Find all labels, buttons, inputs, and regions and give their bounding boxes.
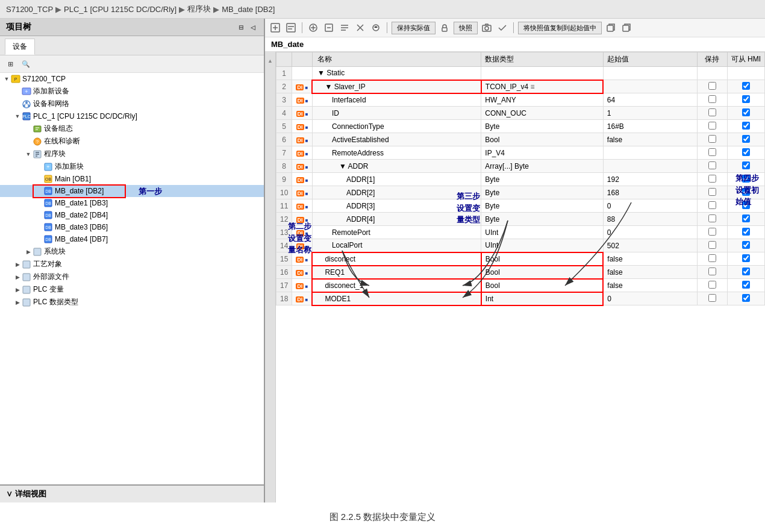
- tree-item-add-device[interactable]: + 添加新设备: [0, 85, 264, 98]
- cell-retain[interactable]: [697, 160, 727, 173]
- cell-name[interactable]: REQ1: [312, 266, 481, 279]
- cell-startval[interactable]: false: [603, 279, 697, 292]
- cell-retain[interactable]: [697, 93, 727, 107]
- retain-checkbox[interactable]: [708, 201, 716, 209]
- hmi-checkbox[interactable]: [742, 175, 750, 183]
- hmi-checkbox[interactable]: [742, 122, 750, 130]
- cell-retain[interactable]: [697, 266, 727, 279]
- cell-datatype[interactable]: TCON_IP_v4 ≡: [481, 80, 604, 93]
- tree-item-external[interactable]: ▶ 外部源文件: [0, 271, 264, 283]
- table-row[interactable]: 15DI ■disconectBoolfalse: [276, 252, 765, 266]
- cell-hmi[interactable]: [727, 93, 764, 107]
- hmi-checkbox[interactable]: [742, 82, 750, 90]
- cell-datatype[interactable]: UInt: [481, 226, 604, 239]
- retain-checkbox[interactable]: [708, 268, 716, 275]
- tree-item-plcdatatypes[interactable]: ▶ PLC 数据类型: [0, 296, 264, 308]
- cell-startval[interactable]: false: [603, 252, 697, 266]
- cell-startval[interactable]: 168: [603, 186, 697, 199]
- cell-startval[interactable]: [603, 160, 697, 173]
- cell-retain[interactable]: [697, 120, 727, 133]
- cell-retain[interactable]: [697, 186, 727, 199]
- tree-item-programs[interactable]: ▼ 程序块: [0, 148, 264, 160]
- tree-item-s71200[interactable]: ▼ P S71200_TCP: [0, 73, 264, 85]
- table-row[interactable]: 3DI ■InterfaceIdHW_ANY64: [276, 93, 765, 107]
- cell-retain[interactable]: [697, 226, 727, 239]
- tree-item-network[interactable]: 设备和网络: [0, 98, 264, 110]
- table-row[interactable]: 7DI ■RemoteAddressIP_V4: [276, 146, 765, 160]
- tree-item-mbdate4[interactable]: DB MB_date4 [DB7]: [0, 233, 264, 245]
- cell-datatype[interactable]: Byte: [481, 120, 604, 133]
- type-list-btn[interactable]: ≡: [528, 83, 534, 91]
- hmi-checkbox[interactable]: [742, 201, 750, 209]
- cell-name[interactable]: ▼ Static: [312, 67, 481, 80]
- cell-startval[interactable]: [603, 146, 697, 160]
- toolbar-copy2-icon[interactable]: [620, 21, 633, 34]
- cell-startval[interactable]: 0: [603, 199, 697, 213]
- cell-name[interactable]: MODE1: [312, 292, 481, 305]
- retain-checkbox[interactable]: [708, 254, 716, 262]
- toolbar-copy1-icon[interactable]: [604, 21, 617, 34]
- table-row[interactable]: 6DI ■ActiveEstablishedBoolfalse: [276, 133, 765, 146]
- toolbar-icon3[interactable]: [307, 21, 320, 34]
- retain-checkbox[interactable]: [708, 214, 716, 222]
- hmi-checkbox[interactable]: [742, 268, 750, 275]
- table-row[interactable]: 4DI ■IDCONN_OUC1: [276, 107, 765, 120]
- tree-item-plc1[interactable]: ▼ PLC PLC_1 [CPU 1215C DC/DC/Rly]: [0, 110, 264, 122]
- cell-name[interactable]: RemotePort: [312, 226, 481, 239]
- cell-startval[interactable]: false: [603, 266, 697, 279]
- cell-startval[interactable]: 0: [603, 226, 697, 239]
- cell-name[interactable]: disconect_1: [312, 279, 481, 292]
- tree-container[interactable]: ▼ P S71200_TCP + 添加新设备: [0, 73, 264, 484]
- toolbar-lock-icon[interactable]: [438, 21, 451, 34]
- retain-checkbox[interactable]: [708, 122, 716, 130]
- cell-name[interactable]: disconect: [312, 252, 481, 266]
- toolbar-icon6[interactable]: [354, 21, 367, 34]
- tree-toolbar-icon2[interactable]: 🔍: [19, 57, 33, 70]
- cell-hmi[interactable]: [727, 186, 764, 199]
- toolbar-icon1[interactable]: [269, 21, 282, 34]
- cell-hmi[interactable]: [727, 146, 764, 160]
- table-row[interactable]: 10DI ■ADDR[2]Byte168: [276, 186, 765, 199]
- cell-datatype[interactable]: Byte: [481, 199, 604, 213]
- dock-icon[interactable]: ◁: [248, 22, 258, 32]
- cell-hmi[interactable]: [727, 199, 764, 213]
- cell-name[interactable]: RemoteAddress: [312, 146, 481, 160]
- cell-startval[interactable]: 16#B: [603, 120, 697, 133]
- hmi-checkbox[interactable]: [742, 228, 750, 236]
- retain-checkbox[interactable]: [708, 241, 716, 249]
- details-toggle[interactable]: ∨: [6, 489, 15, 498]
- table-row[interactable]: 13DI ■RemotePortUInt0: [276, 226, 765, 239]
- table-row[interactable]: 17DI ■disconect_1Boolfalse: [276, 279, 765, 292]
- cell-datatype[interactable]: UInt: [481, 239, 604, 252]
- tree-item-plcvars[interactable]: ▶ PLC 变量: [0, 283, 264, 296]
- hmi-checkbox[interactable]: [742, 148, 750, 156]
- collapse-icon[interactable]: ⊟: [236, 22, 246, 32]
- hmi-checkbox[interactable]: [742, 161, 750, 169]
- tree-item-mbdate1[interactable]: DB MB_date1 [DB3]: [0, 197, 264, 209]
- cell-startval[interactable]: 1: [603, 107, 697, 120]
- cell-startval[interactable]: 64: [603, 93, 697, 107]
- tree-item-tech[interactable]: ▶ 工艺对象: [0, 258, 264, 271]
- cell-hmi[interactable]: [727, 173, 764, 186]
- cell-name[interactable]: ConnectionType: [312, 120, 481, 133]
- retain-checkbox[interactable]: [708, 228, 716, 236]
- cell-datatype[interactable]: [481, 67, 604, 80]
- tree-item-mbdate3[interactable]: DB MB_date3 [DB6]: [0, 221, 264, 233]
- hmi-checkbox[interactable]: [742, 108, 750, 116]
- cell-datatype[interactable]: Byte: [481, 173, 604, 186]
- cell-hmi[interactable]: [727, 80, 764, 93]
- scroll-arrow-up[interactable]: ▲: [267, 58, 273, 64]
- cell-startval[interactable]: 502: [603, 239, 697, 252]
- cell-retain[interactable]: [697, 173, 727, 186]
- retain-checkbox[interactable]: [708, 281, 716, 289]
- cell-retain[interactable]: [697, 199, 727, 213]
- cell-datatype[interactable]: IP_V4: [481, 146, 604, 160]
- cell-datatype[interactable]: Int: [481, 292, 604, 305]
- toolbar-icon4[interactable]: [322, 21, 336, 34]
- cell-datatype[interactable]: Bool: [481, 279, 604, 292]
- tree-item-diag[interactable]: ? 在线和诊断: [0, 135, 264, 148]
- cell-datatype[interactable]: Byte: [481, 213, 604, 226]
- cell-startval[interactable]: [603, 67, 697, 80]
- cell-startval[interactable]: 88: [603, 213, 697, 226]
- cell-retain[interactable]: [697, 252, 727, 266]
